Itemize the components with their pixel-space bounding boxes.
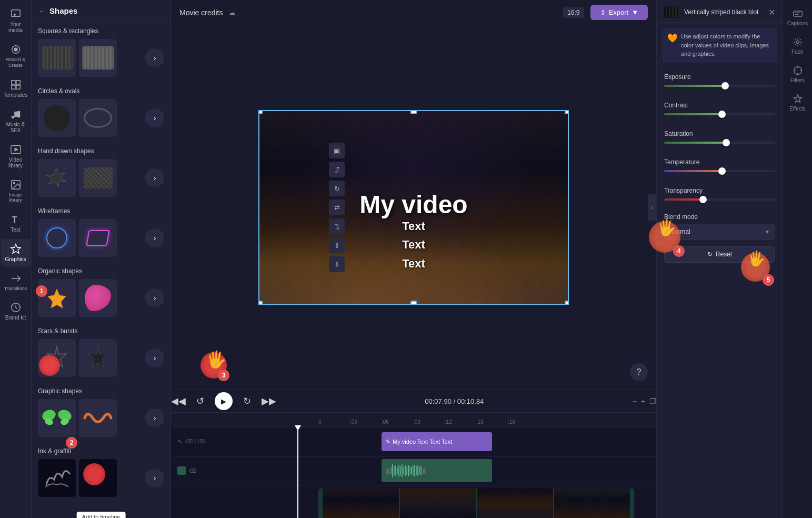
shape-thumb-organic2[interactable] (79, 279, 117, 317)
more-button-stars[interactable]: › (145, 348, 164, 367)
more-button-hand-drawn[interactable]: › (145, 168, 164, 187)
text-clip-label: My video Text Text Text (393, 439, 452, 445)
slider-thumb-exposure[interactable] (721, 82, 729, 89)
shape-thumb-organic1[interactable] (38, 279, 76, 317)
ruler-5: :15 (476, 419, 508, 425)
fullscreen-button[interactable]: ❐ (649, 397, 656, 405)
track-content-video: ▮ (318, 456, 656, 485)
sidebar-item-video-library[interactable]: Video library (1, 140, 31, 173)
slider-label-exposure: Exposure (664, 73, 775, 81)
canvas-tool-crop[interactable]: ▣ (329, 143, 345, 158)
more-button-graphic-shapes[interactable]: › (145, 409, 164, 427)
slider-track-transparency[interactable] (664, 198, 775, 201)
canvas-tool-flip-v[interactable]: ⇅ (329, 218, 345, 234)
slider-track-contrast[interactable] (664, 113, 775, 115)
right-tool-captions[interactable]: Captions (784, 4, 811, 31)
bg-clip[interactable] (318, 489, 634, 519)
zoom-out-button[interactable]: − (633, 397, 637, 405)
shape-grid-circles: › (38, 99, 164, 137)
more-button-squares[interactable]: › (145, 48, 164, 67)
canvas-tool-align-top[interactable]: ⇧ (329, 237, 345, 253)
sidebar-item-image-library[interactable]: Imagelibrary (1, 175, 31, 208)
slider-track-saturation[interactable] (664, 142, 775, 144)
sidebar-item-music[interactable]: Music & SFX (1, 104, 31, 137)
slider-track-temperature[interactable] (664, 170, 775, 172)
zoom-in-button[interactable]: + (641, 397, 645, 405)
current-time: 00:07.90 (425, 397, 452, 405)
selection-handle-bm[interactable] (410, 301, 417, 305)
sidebar-item-graphics[interactable]: Graphics (1, 239, 31, 266)
selection-handle-tl[interactable] (258, 110, 263, 114)
slider-thumb-saturation[interactable] (723, 139, 730, 146)
canvas-tool-resize[interactable]: ⇵ (329, 162, 345, 177)
shape-thumb-starburst[interactable] (38, 159, 76, 197)
section-squares-rectangles: Squares & rectangles › (32, 22, 171, 82)
more-button-circles[interactable]: › (145, 108, 164, 127)
sidebar-item-text[interactable]: T Text (1, 210, 31, 237)
canvas-frame[interactable]: My video Text Text Text (258, 110, 569, 305)
selection-handle-br[interactable] (565, 301, 569, 305)
canvas-tool-flip-h[interactable]: ⇄ (329, 200, 345, 215)
shape-thumb-graphic1[interactable] (38, 399, 76, 437)
sidebar-item-brand-kit[interactable]: Brand kit (1, 297, 31, 325)
slider-section-contrast: Contrast (657, 96, 783, 125)
shape-thumb-rect2[interactable] (79, 39, 117, 77)
rewind-button[interactable]: ↺ (196, 395, 204, 407)
canvas-tool-align-bottom[interactable]: ⇩ (329, 256, 345, 272)
slider-thumb-contrast[interactable] (718, 111, 726, 118)
playback-bar: ◀◀ ↺ ▶ ↻ ▶▶ 00:07.90 / 00:10.84 − + ❐ (171, 390, 656, 413)
section-ink-graffiti: Ink & graffiti › Add to timeline (32, 442, 171, 518)
fast-forward-button[interactable]: ↻ (243, 395, 251, 407)
text-clip[interactable]: ✎ My video Text Text Text (382, 432, 492, 451)
shape-thumb-circle1[interactable] (38, 99, 76, 137)
shape-grid-hand-drawn: › (38, 159, 164, 197)
shape-thumb-wire1[interactable] (38, 219, 76, 257)
svg-marker-15 (46, 167, 66, 187)
reset-button[interactable]: ↻ Reset (664, 246, 775, 263)
canvas-container: My video Text Text Text (258, 110, 569, 305)
selection-handle-bl[interactable] (258, 301, 263, 305)
svg-point-7 (11, 115, 14, 118)
subtitle-line-3: Text (402, 254, 425, 273)
more-button-ink[interactable]: › (145, 469, 164, 487)
shape-thumb-star2[interactable] (79, 339, 117, 377)
blend-mode-select[interactable]: Normal Multiply Screen Overlay (664, 224, 775, 240)
play-button[interactable]: ▶ (215, 392, 233, 410)
shape-thumb-rect1[interactable] (38, 39, 76, 77)
shape-thumb-ink1[interactable] (38, 459, 76, 497)
shape-thumb-crosshatch[interactable] (79, 159, 117, 197)
canvas-tool-rotate[interactable]: ↻ (329, 181, 345, 196)
skip-back-button[interactable]: ◀◀ (171, 395, 186, 407)
selection-handle-tm[interactable] (410, 110, 417, 114)
shape-thumb-circle2[interactable] (79, 99, 117, 137)
sidebar-item-transitions[interactable]: Transitions (1, 268, 31, 295)
shape-thumb-wire2[interactable] (79, 219, 117, 257)
step-badge-3: 3 (218, 370, 229, 381)
export-button[interactable]: ⇧ Export ▼ (590, 5, 648, 20)
skip-forward-button[interactable]: ▶▶ (262, 395, 276, 407)
slider-thumb-transparency[interactable] (699, 196, 707, 203)
help-button[interactable]: ? (630, 363, 648, 381)
slider-thumb-temperature[interactable] (718, 167, 726, 175)
playhead[interactable] (297, 427, 298, 518)
back-button[interactable]: ← (39, 7, 45, 15)
sidebar-item-record[interactable]: Record &Create (1, 39, 31, 73)
sidebar-item-your-media[interactable]: Your media (1, 4, 31, 37)
ruler-1: :03 (350, 419, 382, 425)
close-adjust-button[interactable]: ✕ (768, 7, 775, 17)
right-tool-fade[interactable]: Fade (784, 33, 811, 59)
shape-thumb-star1[interactable] (38, 339, 76, 377)
more-button-organic[interactable]: › (145, 288, 164, 307)
right-tool-effects[interactable]: Effects (784, 89, 811, 116)
right-tool-filters[interactable]: Filters (784, 61, 811, 87)
shape-thumb-graphic2[interactable] (79, 399, 117, 437)
timeline-collapse-btn[interactable]: ‹ (648, 194, 656, 221)
shape-thumb-ink2[interactable] (79, 459, 117, 497)
svg-rect-5 (11, 85, 15, 89)
sidebar-item-templates[interactable]: Templates (1, 75, 31, 102)
video-clip[interactable]: ▮ (382, 459, 492, 482)
more-button-wireframes[interactable]: › (145, 228, 164, 247)
slider-track-exposure[interactable] (664, 85, 775, 87)
slider-label-transparency: Transparency (664, 187, 775, 194)
selection-handle-tr[interactable] (565, 110, 569, 114)
